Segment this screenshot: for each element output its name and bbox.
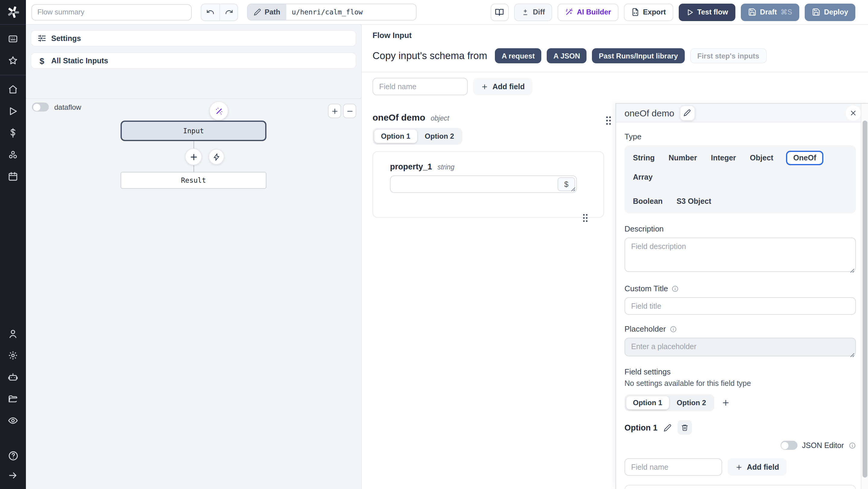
deploy-button[interactable]: Deploy xyxy=(805,3,855,21)
resources-icon[interactable] xyxy=(8,150,18,160)
star-icon[interactable] xyxy=(8,56,18,66)
redo-button[interactable] xyxy=(219,4,238,20)
user-icon[interactable] xyxy=(8,329,18,339)
tab-option-1[interactable]: Option 1 xyxy=(374,130,417,143)
result-node[interactable]: Result xyxy=(121,172,267,189)
add-field-button[interactable]: Add field xyxy=(473,78,532,95)
type-s3-object[interactable]: S3 Object xyxy=(675,195,712,208)
type-object[interactable]: Object xyxy=(749,151,775,164)
export-button[interactable]: Export xyxy=(624,3,673,21)
variables-icon[interactable] xyxy=(8,128,18,138)
custom-title-label: Custom Title xyxy=(624,284,856,293)
description-textarea[interactable] xyxy=(624,238,856,272)
resize-handle-icon[interactable] xyxy=(850,353,855,358)
input-node-label: Input xyxy=(183,127,204,135)
wand-icon xyxy=(565,8,573,16)
draft-button[interactable]: Draft⌘S xyxy=(741,3,799,21)
book-open-icon xyxy=(495,7,504,17)
flow-graph-panel: Settings $ All Static Inputs dataflow In… xyxy=(26,25,362,489)
schedules-icon[interactable] xyxy=(8,171,18,182)
help-icon[interactable] xyxy=(7,450,19,461)
test-flow-button[interactable]: Test flow xyxy=(678,3,735,21)
edit-option-button[interactable] xyxy=(664,424,672,431)
type-number[interactable]: Number xyxy=(667,151,698,164)
resize-handle-icon[interactable] xyxy=(571,187,576,192)
type-boolean[interactable]: Boolean xyxy=(632,195,664,208)
copy-from-request-button[interactable]: A request xyxy=(495,48,541,63)
windmill-logo-icon xyxy=(6,5,20,19)
add-option-button[interactable] xyxy=(722,399,730,407)
dataflow-toggle[interactable] xyxy=(32,102,49,112)
runs-icon[interactable] xyxy=(8,106,18,116)
placeholder-label: Placeholder xyxy=(624,325,856,333)
drawer-scrollbar[interactable] xyxy=(861,104,868,489)
path-input[interactable] xyxy=(286,4,416,20)
plus-icon xyxy=(481,83,488,90)
tab-option-2[interactable]: Option 2 xyxy=(418,130,461,143)
windmill-logo[interactable] xyxy=(0,0,26,25)
diff-button[interactable]: Diff xyxy=(514,3,552,21)
property-value-input[interactable] xyxy=(390,176,577,193)
copy-from-first-step-button[interactable]: First step's inputs xyxy=(690,48,767,63)
info-icon xyxy=(672,285,679,292)
draft-shortcut: ⌘S xyxy=(781,8,792,16)
all-static-inputs-card[interactable]: $ All Static Inputs xyxy=(31,53,356,69)
docs-button[interactable] xyxy=(491,3,509,21)
undo-button[interactable] xyxy=(201,4,219,20)
delete-option-button[interactable] xyxy=(678,420,692,435)
option-1-properties-card: property_1 string $ xyxy=(373,151,604,218)
settings-card[interactable]: Settings xyxy=(31,30,356,47)
add-step-button[interactable] xyxy=(185,148,202,165)
placeholder-textarea[interactable] xyxy=(624,338,856,356)
path-widget[interactable]: Path xyxy=(247,4,416,21)
type-label: Type xyxy=(624,132,856,141)
input-node[interactable]: Input xyxy=(121,121,267,141)
field-editor-drawer: oneOf demo Type String Number Integer Ob… xyxy=(615,103,868,489)
file-export-icon xyxy=(631,8,639,16)
rename-field-button[interactable] xyxy=(680,105,695,120)
settings-icon[interactable] xyxy=(8,350,18,361)
add-trigger-button[interactable] xyxy=(209,149,224,164)
save-icon xyxy=(812,8,820,16)
drawer-add-field-button[interactable]: Add field xyxy=(727,458,787,476)
drawer-tab-option-2[interactable]: Option 2 xyxy=(670,396,712,409)
copy-from-past-runs-button[interactable]: Past Runs/Input library xyxy=(592,48,685,63)
audit-logs-icon[interactable] xyxy=(8,416,18,426)
flow-summary-input[interactable] xyxy=(31,4,192,20)
drag-handle-icon[interactable] xyxy=(604,116,613,125)
pencil-icon xyxy=(254,8,261,16)
json-editor-toggle[interactable] xyxy=(780,441,797,450)
zoom-in-button[interactable] xyxy=(328,104,341,118)
folders-icon[interactable] xyxy=(8,394,18,404)
description-label: Description xyxy=(624,224,856,233)
ai-flow-wand-button[interactable] xyxy=(210,102,228,120)
property-row[interactable]: property_1 xyxy=(624,485,856,489)
workers-icon[interactable] xyxy=(8,372,18,382)
copy-from-json-button[interactable]: A JSON xyxy=(547,48,587,63)
drag-handle-icon[interactable] xyxy=(582,213,589,222)
field-name-input[interactable] xyxy=(373,78,468,95)
type-string[interactable]: String xyxy=(632,151,656,164)
type-integer[interactable]: Integer xyxy=(710,151,737,164)
settings-label: Settings xyxy=(51,34,81,42)
close-drawer-button[interactable] xyxy=(846,105,861,120)
type-array[interactable]: Array xyxy=(632,171,654,184)
pencil-icon xyxy=(664,424,672,431)
pencil-icon xyxy=(684,109,691,116)
close-icon xyxy=(849,109,857,117)
custom-title-input[interactable] xyxy=(624,297,856,315)
apps-icon[interactable] xyxy=(8,34,18,44)
drawer-tab-option-1[interactable]: Option 1 xyxy=(626,396,669,409)
property-name: property_1 xyxy=(390,162,432,171)
type-oneof[interactable]: OneOf xyxy=(786,151,824,165)
home-icon[interactable] xyxy=(8,84,18,95)
dataflow-label: dataflow xyxy=(54,103,81,111)
zoom-out-button[interactable] xyxy=(343,104,356,118)
resize-handle-icon[interactable] xyxy=(850,268,855,273)
redo-icon xyxy=(224,8,233,16)
scrollbar-thumb[interactable] xyxy=(863,121,867,478)
ai-builder-button[interactable]: AI Builder xyxy=(558,3,618,21)
drawer-field-name-input[interactable] xyxy=(624,458,722,476)
collapse-sidebar-icon[interactable] xyxy=(8,470,18,481)
drawer-title: oneOf demo xyxy=(624,108,674,118)
